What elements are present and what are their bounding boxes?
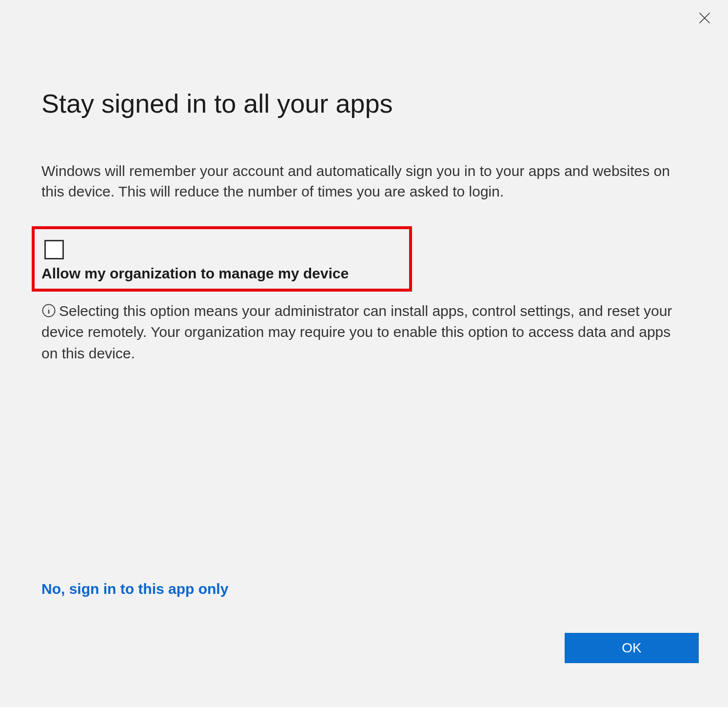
signin-dialog: Stay signed in to all your apps Windows … — [0, 0, 728, 707]
ok-button[interactable]: OK — [565, 633, 699, 663]
sign-in-app-only-link[interactable]: No, sign in to this app only — [41, 581, 228, 597]
checkbox-highlight-frame: Allow my organization to manage my devic… — [32, 226, 412, 292]
info-block: Selecting this option means your adminis… — [41, 300, 687, 364]
info-icon — [41, 303, 56, 318]
manage-device-checkbox-label: Allow my organization to manage my devic… — [41, 265, 402, 282]
dialog-description: Windows will remember your account and a… — [41, 161, 687, 202]
dialog-title: Stay signed in to all your apps — [41, 88, 687, 119]
manage-device-checkbox[interactable] — [44, 240, 64, 259]
info-text: Selecting this option means your adminis… — [41, 303, 672, 361]
close-icon — [698, 11, 711, 26]
dialog-content: Stay signed in to all your apps Windows … — [0, 0, 728, 364]
manage-device-checkbox-row: Allow my organization to manage my devic… — [41, 240, 402, 282]
close-button[interactable] — [695, 9, 714, 28]
